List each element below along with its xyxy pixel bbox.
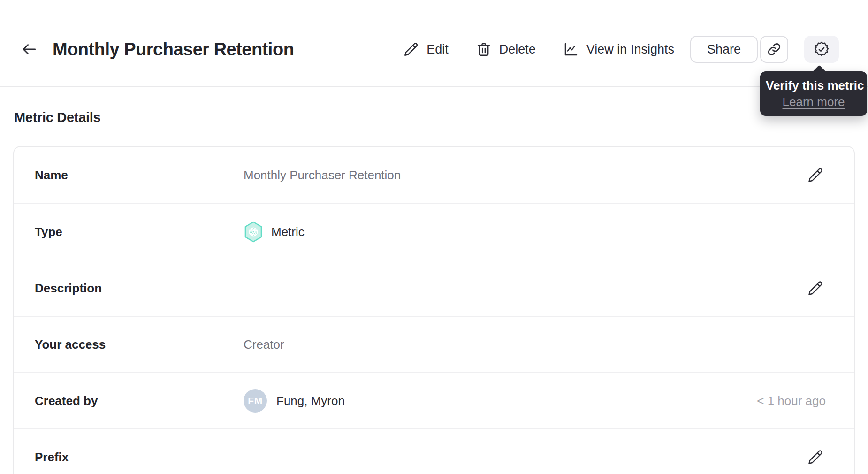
row-value: FM Fung, Myron bbox=[244, 389, 345, 413]
avatar: FM bbox=[244, 389, 267, 413]
row-label: Type bbox=[35, 225, 244, 239]
row-label: Description bbox=[35, 281, 244, 296]
row-type: Type Metric bbox=[14, 203, 854, 260]
created-by-name: Fung, Myron bbox=[276, 394, 345, 408]
page-title: Monthly Purchaser Retention bbox=[53, 39, 294, 60]
insights-chart-icon bbox=[563, 41, 579, 57]
pencil-icon bbox=[807, 167, 824, 183]
view-in-insights-label: View in Insights bbox=[586, 42, 674, 57]
edit-button[interactable]: Edit bbox=[403, 41, 449, 57]
edit-description-button[interactable] bbox=[805, 278, 826, 298]
verify-tooltip: Verify this metric Learn more bbox=[760, 71, 867, 116]
verify-metric-button[interactable] bbox=[804, 36, 839, 63]
back-arrow-icon bbox=[20, 40, 38, 58]
row-value: Creator bbox=[244, 337, 284, 352]
delete-label: Delete bbox=[499, 42, 536, 57]
edit-prefix-button[interactable] bbox=[805, 447, 826, 467]
edit-label: Edit bbox=[426, 42, 449, 57]
row-created-by: Created by FM Fung, Myron < 1 hour ago bbox=[14, 372, 854, 428]
trash-icon bbox=[476, 41, 492, 57]
row-value: Monthly Purchaser Retention bbox=[244, 168, 401, 183]
row-your-access: Your access Creator bbox=[14, 316, 854, 372]
row-name: Name Monthly Purchaser Retention bbox=[14, 147, 854, 203]
row-description: Description bbox=[14, 260, 854, 316]
link-icon bbox=[767, 42, 782, 57]
view-in-insights-button[interactable]: View in Insights bbox=[563, 41, 674, 57]
copy-link-button[interactable] bbox=[760, 36, 788, 63]
edit-name-button[interactable] bbox=[805, 165, 826, 185]
row-label: Created by bbox=[35, 394, 244, 408]
created-timestamp: < 1 hour ago bbox=[757, 394, 826, 408]
pencil-icon bbox=[807, 449, 824, 466]
row-label: Prefix bbox=[35, 450, 244, 465]
type-value-label: Metric bbox=[271, 225, 305, 239]
back-button[interactable] bbox=[19, 39, 39, 60]
row-value: Metric bbox=[244, 221, 305, 243]
row-prefix: Prefix bbox=[14, 428, 854, 474]
tooltip-title: Verify this metric bbox=[766, 78, 861, 93]
row-label: Name bbox=[35, 168, 244, 183]
share-button-group: Share bbox=[690, 36, 788, 63]
delete-button[interactable]: Delete bbox=[476, 41, 536, 57]
metric-details-card: Name Monthly Purchaser Retention Type Me… bbox=[13, 146, 855, 474]
header: Monthly Purchaser Retention Edit Delete … bbox=[0, 0, 868, 87]
verified-badge-icon bbox=[813, 41, 830, 58]
pencil-icon bbox=[403, 41, 419, 57]
section-title: Metric Details bbox=[14, 110, 868, 125]
pencil-icon bbox=[807, 280, 824, 297]
header-actions: Edit Delete View in Insights Share bbox=[403, 36, 839, 63]
learn-more-link[interactable]: Learn more bbox=[783, 95, 845, 109]
share-button[interactable]: Share bbox=[690, 36, 758, 63]
metric-hexagon-icon bbox=[244, 221, 263, 243]
row-label: Your access bbox=[35, 337, 244, 352]
